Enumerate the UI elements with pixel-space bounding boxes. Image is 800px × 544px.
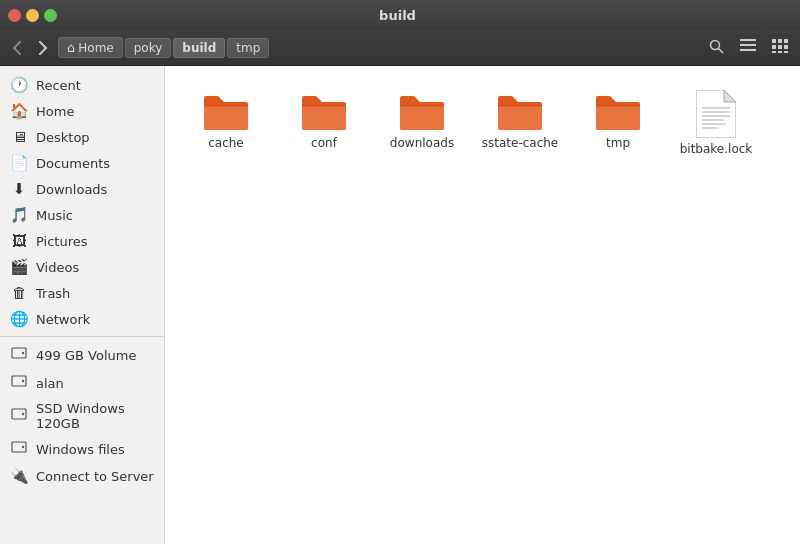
sidebar-item-pictures[interactable]: 🖼 Pictures: [0, 228, 164, 254]
pictures-icon: 🖼: [10, 232, 28, 250]
file-item-conf[interactable]: conf: [279, 82, 369, 166]
file-item-downloads[interactable]: downloads: [377, 82, 467, 166]
list-view-button[interactable]: [734, 35, 762, 60]
svg-point-19: [22, 413, 24, 415]
maximize-button[interactable]: [44, 9, 57, 22]
svg-rect-6: [778, 39, 782, 43]
connect-server-icon: 🔌: [10, 467, 28, 485]
sidebar-item-documents[interactable]: 📄 Documents: [0, 150, 164, 176]
ssd-icon: [10, 406, 28, 426]
sidebar-item-windows-files[interactable]: Windows files: [0, 435, 164, 463]
file-label-bitbake-lock: bitbake.lock: [680, 142, 753, 158]
breadcrumb-poky[interactable]: poky: [125, 38, 172, 58]
volume-499-icon: [10, 345, 28, 365]
svg-rect-11: [772, 51, 776, 53]
svg-rect-9: [778, 45, 782, 49]
trash-icon: 🗑: [10, 284, 28, 302]
home-icon: ⌂: [67, 40, 75, 55]
close-button[interactable]: [8, 9, 21, 22]
breadcrumb-build[interactable]: build: [173, 38, 225, 58]
sidebar-item-499gb[interactable]: 499 GB Volume: [0, 341, 164, 369]
folder-icon-tmp: [594, 90, 642, 132]
window-title: build: [63, 8, 732, 23]
file-label-sstate-cache: sstate-cache: [482, 136, 559, 152]
sidebar: 🕐 Recent 🏠 Home 🖥 Desktop 📄 Documents ⬇ …: [0, 66, 165, 544]
home-icon: 🏠: [10, 102, 28, 120]
svg-rect-10: [784, 45, 788, 49]
sidebar-item-connect-server[interactable]: 🔌 Connect to Server: [0, 463, 164, 489]
sidebar-item-network[interactable]: 🌐 Network: [0, 306, 164, 332]
alan-icon: [10, 373, 28, 393]
sidebar-item-desktop[interactable]: 🖥 Desktop: [0, 124, 164, 150]
svg-point-17: [22, 380, 24, 382]
folder-icon-sstate-cache: [496, 90, 544, 132]
titlebar: build: [0, 0, 800, 30]
window-controls: [8, 9, 57, 22]
folder-icon-cache: [202, 90, 250, 132]
svg-rect-8: [772, 45, 776, 49]
videos-icon: 🎬: [10, 258, 28, 276]
sidebar-item-recent[interactable]: 🕐 Recent: [0, 72, 164, 98]
file-label-conf: conf: [311, 136, 337, 152]
toolbar: ⌂ Home poky build tmp: [0, 30, 800, 66]
file-area: cache conf downloads: [165, 66, 800, 544]
svg-rect-7: [784, 39, 788, 43]
document-icon-bitbake-lock: [696, 90, 736, 138]
sidebar-item-alan[interactable]: alan: [0, 369, 164, 397]
file-item-cache[interactable]: cache: [181, 82, 271, 166]
sidebar-item-trash[interactable]: 🗑 Trash: [0, 280, 164, 306]
svg-rect-12: [778, 51, 782, 53]
back-button[interactable]: [6, 37, 28, 59]
folder-icon-downloads: [398, 90, 446, 132]
breadcrumb-home[interactable]: ⌂ Home: [58, 37, 123, 58]
search-button[interactable]: [703, 35, 730, 61]
svg-point-15: [22, 352, 24, 354]
file-label-cache: cache: [208, 136, 244, 152]
desktop-icon: 🖥: [10, 128, 28, 146]
file-label-downloads: downloads: [390, 136, 454, 152]
windows-files-icon: [10, 439, 28, 459]
documents-icon: 📄: [10, 154, 28, 172]
network-icon: 🌐: [10, 310, 28, 328]
sidebar-item-videos[interactable]: 🎬 Videos: [0, 254, 164, 280]
svg-rect-2: [740, 39, 756, 41]
svg-rect-3: [740, 44, 756, 46]
svg-marker-23: [724, 90, 736, 102]
breadcrumb-tmp[interactable]: tmp: [227, 38, 269, 58]
svg-rect-13: [784, 51, 788, 53]
svg-point-0: [711, 40, 720, 49]
sidebar-item-music[interactable]: 🎵 Music: [0, 202, 164, 228]
grid-view-button[interactable]: [766, 35, 794, 60]
file-item-bitbake-lock[interactable]: bitbake.lock: [671, 82, 761, 166]
recent-icon: 🕐: [10, 76, 28, 94]
sidebar-divider: [0, 336, 164, 337]
minimize-button[interactable]: [26, 9, 39, 22]
svg-point-21: [22, 446, 24, 448]
breadcrumb: ⌂ Home poky build tmp: [58, 37, 699, 58]
sidebar-item-ssd-windows[interactable]: SSD Windows 120GB: [0, 397, 164, 435]
downloads-icon: ⬇: [10, 180, 28, 198]
file-item-tmp[interactable]: tmp: [573, 82, 663, 166]
forward-button[interactable]: [32, 37, 54, 59]
toolbar-actions: [703, 35, 794, 61]
svg-line-1: [719, 48, 724, 53]
folder-icon-conf: [300, 90, 348, 132]
file-label-tmp: tmp: [606, 136, 630, 152]
music-icon: 🎵: [10, 206, 28, 224]
svg-rect-4: [740, 49, 756, 51]
sidebar-item-home[interactable]: 🏠 Home: [0, 98, 164, 124]
svg-rect-5: [772, 39, 776, 43]
file-item-sstate-cache[interactable]: sstate-cache: [475, 82, 565, 166]
sidebar-item-downloads[interactable]: ⬇ Downloads: [0, 176, 164, 202]
main-area: 🕐 Recent 🏠 Home 🖥 Desktop 📄 Documents ⬇ …: [0, 66, 800, 544]
